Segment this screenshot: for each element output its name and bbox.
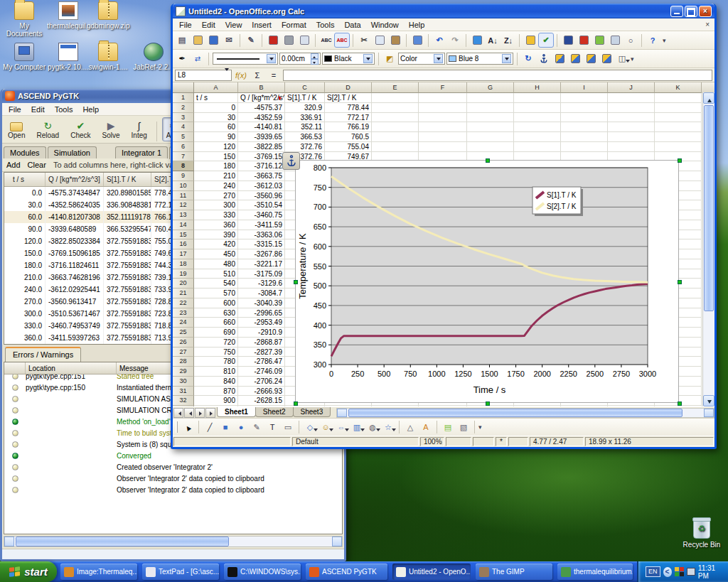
help-icon[interactable]: ? [646,33,660,47]
format-paintbrush-icon[interactable] [410,33,424,47]
fontwork-icon[interactable]: A [419,421,433,434]
cell[interactable]: -3084.7 [238,289,285,298]
error-row[interactable]: Observer 'Integrator 2' data copied to c… [4,473,342,484]
pdf-icon[interactable] [266,33,280,47]
cell[interactable] [467,142,514,152]
scroll-right-arrow[interactable] [332,537,342,546]
cell[interactable]: -2996.65 [238,308,285,318]
row-header-12[interactable]: 12 [173,200,194,210]
cell[interactable]: -2746.09 [238,367,285,377]
clear-button[interactable]: Clear [28,161,46,169]
reload-button[interactable]: ↻Reload [32,117,63,141]
cell[interactable]: -2706.24 [238,377,285,387]
bring-to-front-icon[interactable] [552,52,567,65]
cell[interactable] [608,132,655,142]
cell[interactable] [419,103,467,113]
row-header-27[interactable]: 27 [173,347,194,357]
desktop-icon-swigwin-1-[interactable]: swigwin-1.... [87,43,129,71]
cell[interactable] [514,93,561,103]
cell[interactable]: Q / [kg*m^2/s^3] [238,93,285,103]
toolbar-overflow-icon[interactable]: ▾ [663,37,666,44]
cell[interactable]: 390 [194,230,238,240]
selection-handle[interactable] [678,280,682,284]
row-header-23[interactable]: 23 [173,308,194,318]
column-header-E[interactable]: E [372,82,419,93]
cell[interactable]: 766.19 [325,122,372,132]
hscroll-right-arrow[interactable] [704,409,714,417]
paste-icon[interactable] [388,33,402,47]
cell[interactable]: 366.53 [285,132,325,142]
cell[interactable]: 336.91 [285,113,325,123]
row-header-15[interactable]: 15 [173,230,194,240]
cell[interactable]: 755.04 [325,142,372,152]
cell[interactable]: -2786.47 [238,357,285,367]
copy-icon[interactable] [373,33,387,47]
cell[interactable]: -3040.39 [238,298,285,308]
line-style-select[interactable] [213,53,278,65]
dropdown-icon[interactable] [363,54,373,63]
column-header-F[interactable]: F [419,82,467,93]
errors-horizontal-scrollbar[interactable] [4,536,343,547]
cell[interactable]: -3221.17 [238,259,285,269]
save-icon[interactable] [206,33,220,47]
line-width-input[interactable]: 0.00cm [279,53,321,65]
cell[interactable] [194,406,238,406]
row-header-29[interactable]: 29 [173,367,194,377]
desktop-icon-my-computer[interactable]: My Computer [3,43,46,71]
cell[interactable] [608,142,655,152]
error-row[interactable]: Created observer 'Integrator 2' [4,461,342,473]
cut-icon[interactable]: ✂ [357,33,371,47]
formula-input[interactable] [283,70,712,81]
dropdown-icon[interactable] [267,54,276,63]
cell[interactable] [514,142,561,152]
column-header-K[interactable]: K [655,82,702,93]
row-header-25[interactable]: 25 [173,328,194,338]
cell[interactable]: -3267.86 [238,249,285,259]
cell[interactable]: 450 [194,249,238,259]
cell[interactable]: -4352.59 [238,113,285,123]
cell[interactable] [467,103,514,113]
cell[interactable]: -2666.93 [238,387,285,397]
close-button[interactable]: × [699,6,712,17]
cell[interactable]: -2910.9 [238,328,285,338]
cell[interactable] [561,122,608,132]
rectangle-icon[interactable]: ■ [218,421,232,434]
cell[interactable]: 772.17 [325,113,372,123]
cell[interactable]: -3716.12 [238,161,285,171]
cell[interactable]: S[2].T / K [325,93,372,103]
name-box[interactable]: L8 [175,70,232,81]
status-insert-mode[interactable] [446,437,471,446]
cell[interactable]: -3411.59 [238,220,285,230]
cell[interactable]: 0 [194,103,238,113]
cell[interactable] [467,93,514,103]
cell[interactable]: 330 [194,210,238,220]
callout-icon[interactable]: ▭ [281,421,295,434]
cell[interactable]: -3612.03 [238,181,285,191]
column-header-D[interactable]: D [325,82,372,93]
cell[interactable]: t / s [194,93,238,103]
calc-menu-edit[interactable]: Edit [197,20,220,30]
cell[interactable] [655,103,702,113]
edit-points-icon[interactable]: △ [403,421,417,434]
ascend-col-header[interactable]: t / s [4,173,46,186]
cell[interactable]: 720 [194,338,238,347]
equals-icon[interactable]: = [267,71,281,80]
cell[interactable]: 870 [194,387,238,397]
cell[interactable]: -3175.09 [238,269,285,279]
calc-menu-tools[interactable]: Tools [311,20,340,30]
open-button[interactable]: Open [4,118,29,141]
calc-menu-insert[interactable]: Insert [247,20,277,30]
row-header-2[interactable]: 2 [173,103,194,113]
scroll-left-arrow[interactable] [4,537,14,546]
cell[interactable] [561,132,608,142]
cell[interactable] [325,406,372,406]
cell[interactable]: -2868.87 [238,338,285,347]
sum-icon[interactable]: Σ [250,71,264,80]
cell[interactable]: 270 [194,191,238,201]
taskbar-button-1[interactable]: TextPad - [G:\asc... [142,564,219,580]
cell[interactable] [514,132,561,142]
hscrollbar-thumb[interactable] [348,409,682,417]
row-header-22[interactable]: 22 [173,298,194,308]
cell[interactable] [419,93,467,103]
cell[interactable]: 352.11 [285,122,325,132]
